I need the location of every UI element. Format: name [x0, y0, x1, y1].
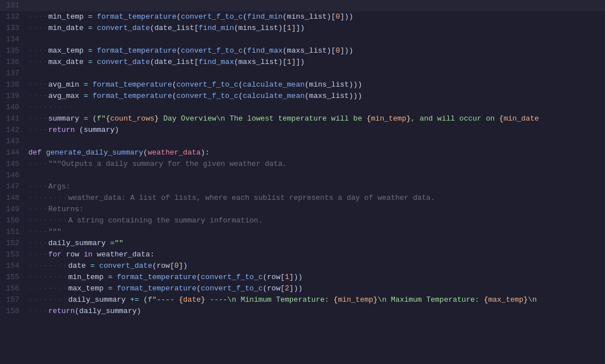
- line-number: 142: [0, 125, 26, 136]
- line-content: ········min_temp = format_temperature(co…: [26, 272, 605, 283]
- line-number: 138: [0, 79, 26, 91]
- code-line: 140·········: [0, 102, 605, 113]
- line-content: ····"""Outputs a daily summary for the g…: [26, 159, 605, 170]
- code-line: 136····max_date = convert_date(date_list…: [0, 57, 605, 68]
- line-number: 156: [0, 283, 26, 294]
- line-number: 158: [0, 306, 26, 317]
- line-number: 147: [0, 181, 26, 192]
- line-number: 132: [0, 11, 26, 23]
- line-number: 151: [0, 226, 26, 238]
- line-number: 155: [0, 272, 26, 283]
- line-number: 150: [0, 215, 26, 226]
- code-line: 131: [0, 0, 605, 11]
- code-line: 147····Args:: [0, 181, 605, 192]
- line-content: [26, 170, 605, 181]
- line-number: 134: [0, 34, 26, 45]
- code-line: 149····Returns:: [0, 204, 605, 215]
- line-content: ········A string containing the summary …: [26, 215, 605, 226]
- code-line: 143: [0, 136, 605, 147]
- line-content: ········max_temp = format_temperature(co…: [26, 283, 605, 294]
- line-number: 143: [0, 136, 26, 147]
- code-line: 139····avg_max = format_temperature(conv…: [0, 91, 605, 102]
- line-number: 136: [0, 57, 26, 68]
- code-line: 133····min_date = convert_date(date_list…: [0, 23, 605, 34]
- line-number: 140: [0, 102, 26, 113]
- code-line: 154········date = convert_date(row[0]): [0, 260, 605, 272]
- line-number: 133: [0, 23, 26, 34]
- line-number: 131: [0, 0, 26, 11]
- line-content: ····""": [26, 226, 605, 238]
- code-line: 158····return(daily_summary): [0, 306, 605, 317]
- line-content: ····max_date = convert_date(date_list[fi…: [26, 57, 605, 68]
- line-content: ········date = convert_date(row[0]): [26, 260, 605, 272]
- code-line: 148········weather_data: A list of lists…: [0, 192, 605, 204]
- code-line: 151····""": [0, 226, 605, 238]
- code-line: 144def generate_daily_summary(weather_da…: [0, 147, 605, 159]
- code-editor: 131 132····min_temp = format_temperature…: [0, 0, 605, 317]
- line-number: 139: [0, 91, 26, 102]
- code-line: 141····summary = (f"{count_rows} Day Ove…: [0, 113, 605, 125]
- line-content: [26, 0, 605, 11]
- code-line: 153····for row in weather_data:: [0, 249, 605, 260]
- code-line: 134: [0, 34, 605, 45]
- line-content: def generate_daily_summary(weather_data)…: [26, 147, 605, 159]
- code-line: 146: [0, 170, 605, 181]
- line-content: ········weather_data: A list of lists, w…: [26, 192, 605, 204]
- line-number: 146: [0, 170, 26, 181]
- line-content: [26, 68, 605, 79]
- line-number: 137: [0, 68, 26, 79]
- line-content: ····return (summary): [26, 125, 605, 136]
- line-number: 135: [0, 45, 26, 57]
- line-number: 144: [0, 147, 26, 159]
- line-content: [26, 34, 605, 45]
- line-number: 148: [0, 192, 26, 204]
- code-line: 142····return (summary): [0, 125, 605, 136]
- code-line: 145····"""Outputs a daily summary for th…: [0, 159, 605, 170]
- line-content: ····max_temp = format_temperature(conver…: [26, 45, 605, 57]
- line-number: 154: [0, 260, 26, 272]
- line-content: ········daily_summary += (f"---- {date} …: [26, 294, 605, 306]
- code-line: 150········A string containing the summa…: [0, 215, 605, 226]
- code-line: 137: [0, 68, 605, 79]
- line-content: ····for row in weather_data:: [26, 249, 605, 260]
- code-line: 132····min_temp = format_temperature(con…: [0, 11, 605, 23]
- line-content: ····Returns:: [26, 204, 605, 215]
- line-content: [26, 136, 605, 147]
- line-content: ·········: [26, 102, 605, 113]
- line-number: 157: [0, 294, 26, 306]
- code-line: 156········max_temp = format_temperature…: [0, 283, 605, 294]
- line-number: 145: [0, 159, 26, 170]
- line-content: ····avg_max = format_temperature(convert…: [26, 91, 605, 102]
- line-content: ····min_date = convert_date(date_list[fi…: [26, 23, 605, 34]
- line-content: ····min_temp = format_temperature(conver…: [26, 11, 605, 23]
- line-content: ····return(daily_summary): [26, 306, 605, 317]
- code-line: 155········min_temp = format_temperature…: [0, 272, 605, 283]
- code-line: 157········daily_summary += (f"---- {dat…: [0, 294, 605, 306]
- line-content: ····summary = (f"{count_rows} Day Overvi…: [26, 113, 605, 125]
- line-number: 153: [0, 249, 26, 260]
- code-line: 138····avg_min = format_temperature(conv…: [0, 79, 605, 91]
- code-line: 135····max_temp = format_temperature(con…: [0, 45, 605, 57]
- line-number: 149: [0, 204, 26, 215]
- line-content: ····avg_min = format_temperature(convert…: [26, 79, 605, 91]
- code-line: 152····daily_summary ="": [0, 238, 605, 249]
- line-number: 152: [0, 238, 26, 249]
- line-content: ····daily_summary ="": [26, 238, 605, 249]
- line-number: 141: [0, 113, 26, 125]
- line-content: ····Args:: [26, 181, 605, 192]
